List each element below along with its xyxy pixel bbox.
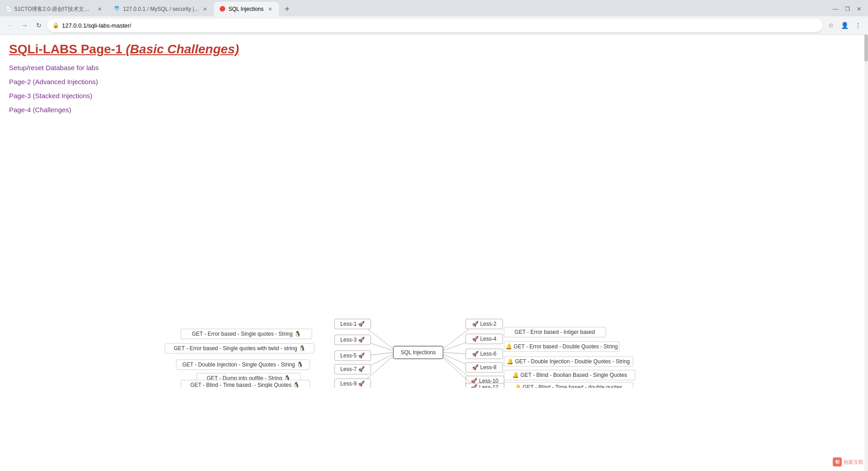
tab-1-favicon: 📄 bbox=[5, 6, 12, 12]
tab-1[interactable]: 📄 51CTO博客2.0-原创IT技术文章... ✕ bbox=[0, 2, 108, 16]
svg-text:Less-1 🚀: Less-1 🚀 bbox=[340, 320, 365, 327]
url-text: 127.0.0.1/sqli-labs-master/ bbox=[62, 22, 817, 29]
svg-text:🚀 Less-4: 🚀 Less-4 bbox=[472, 335, 497, 342]
security-icon: 🔒 bbox=[52, 22, 59, 29]
mindmap-svg: .node-box { fill: white; stroke: #999; s… bbox=[0, 180, 868, 388]
page-title-italic: (Basic Challenges) bbox=[126, 42, 239, 56]
page-content: SQLi-LABS Page-1 (Basic Challenges) Setu… bbox=[0, 35, 868, 388]
profile-button[interactable]: 👤 bbox=[838, 19, 851, 32]
svg-text:Less-9 🚀: Less-9 🚀 bbox=[340, 380, 365, 387]
page-title[interactable]: SQLi-LABS Page-1 (Basic Challenges) bbox=[9, 42, 239, 57]
tab-1-close[interactable]: ✕ bbox=[96, 5, 103, 13]
close-button[interactable]: ✕ bbox=[854, 4, 864, 14]
svg-text:Less-5 🚀: Less-5 🚀 bbox=[340, 352, 365, 359]
tab-2-label: 127.0.0.1 / MySQL / security |... bbox=[123, 6, 198, 12]
maximize-button[interactable]: ❐ bbox=[842, 4, 853, 14]
page3-link[interactable]: Page-3 (Stacked Injections) bbox=[9, 92, 859, 100]
svg-text:🚀 Less-12: 🚀 Less-12 bbox=[471, 384, 498, 388]
page4-link[interactable]: Page-4 (Challenges) bbox=[9, 106, 859, 114]
svg-text:GET - Error based - Single quo: GET - Error based - Single quotes with t… bbox=[174, 345, 306, 352]
new-tab-button[interactable]: + bbox=[281, 3, 293, 15]
svg-text:Less-3 🚀: Less-3 🚀 bbox=[340, 336, 365, 343]
svg-text:🚀 Less-6: 🚀 Less-6 bbox=[472, 350, 497, 357]
reload-button[interactable]: ↻ bbox=[33, 19, 45, 32]
tab-3-label: SQL Injections bbox=[228, 6, 264, 12]
svg-text:GET - Error based - Intiger ba: GET - Error based - Intiger based bbox=[514, 329, 595, 335]
address-bar: ← → ↻ 🔒 127.0.0.1/sqli-labs-master/ ☆ 👤 … bbox=[0, 16, 868, 34]
svg-text:Less-7 🚀: Less-7 🚀 bbox=[340, 366, 365, 372]
scrollbar[interactable] bbox=[864, 34, 868, 388]
bookmark-button[interactable]: ☆ bbox=[825, 19, 837, 32]
svg-text:GET - Blind - Time based. - Si: GET - Blind - Time based. - Single Quote… bbox=[190, 381, 300, 388]
svg-text:GET - Double Injection - Singl: GET - Double Injection - Single Quotes -… bbox=[182, 361, 303, 368]
page2-link[interactable]: Page-2 (Advanced Injections) bbox=[9, 78, 859, 86]
tab-3-favicon: 🔴 bbox=[219, 6, 226, 12]
svg-text:🔔 GET - Double Injection - Do: 🔔 GET - Double Injection - Double Quotes… bbox=[507, 358, 630, 365]
svg-text:🔔 GET - Blind - Boolian Based: 🔔 GET - Blind - Boolian Based - Single Q… bbox=[512, 371, 627, 378]
forward-button[interactable]: → bbox=[18, 19, 31, 32]
mindmap-container: .node-box { fill: white; stroke: #999; s… bbox=[0, 180, 868, 388]
browser-chrome: 📄 51CTO博客2.0-原创IT技术文章... ✕ 🐬 127.0.0.1 /… bbox=[0, 0, 868, 35]
toolbar-icons: ☆ 👤 ⋮ bbox=[825, 19, 864, 32]
tab-2-close[interactable]: ✕ bbox=[201, 5, 208, 13]
setup-link[interactable]: Setup/reset Database for labs bbox=[9, 64, 859, 71]
tab-1-label: 51CTO博客2.0-原创IT技术文章... bbox=[14, 5, 93, 13]
tab-bar: 📄 51CTO博客2.0-原创IT技术文章... ✕ 🐬 127.0.0.1 /… bbox=[0, 0, 868, 16]
tab-3-close[interactable]: ✕ bbox=[266, 5, 274, 13]
back-button[interactable]: ← bbox=[4, 19, 16, 32]
minimize-button[interactable]: — bbox=[830, 4, 841, 14]
url-bar[interactable]: 🔒 127.0.0.1/sqli-labs-master/ bbox=[47, 19, 823, 32]
svg-text:🔔 GET - Error based - Double : 🔔 GET - Error based - Double Quotes - St… bbox=[505, 343, 618, 350]
window-controls: — ❐ ✕ bbox=[830, 4, 868, 14]
svg-text:GET - Error based - Single quo: GET - Error based - Single quotes - Stri… bbox=[192, 330, 301, 337]
page-title-normal: SQLi-LABS Page-1 bbox=[9, 42, 122, 56]
svg-text:🚀 Less-2: 🚀 Less-2 bbox=[472, 320, 497, 327]
menu-button[interactable]: ⋮ bbox=[852, 19, 864, 32]
tab-2-favicon: 🐬 bbox=[114, 6, 120, 12]
svg-text:🚀 Less-8: 🚀 Less-8 bbox=[472, 364, 497, 371]
svg-text:🔔 GET - Blind - Time based - : 🔔 GET - Blind - Time based - double quot… bbox=[514, 384, 623, 388]
tab-2[interactable]: 🐬 127.0.0.1 / MySQL / security |... ✕ bbox=[108, 2, 214, 16]
scrollbar-thumb[interactable] bbox=[864, 34, 868, 62]
tab-3[interactable]: 🔴 SQL Injections ✕ bbox=[214, 2, 279, 16]
center-label: SQL Injections bbox=[401, 349, 436, 356]
